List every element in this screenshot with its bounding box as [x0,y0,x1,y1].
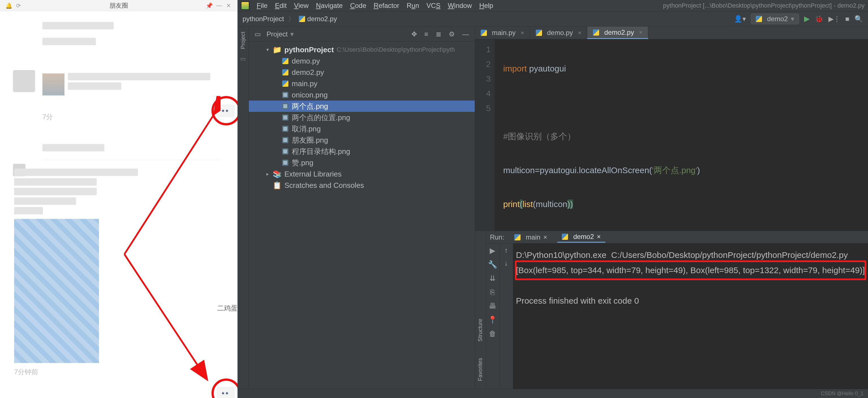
run-config-dropdown[interactable]: demo2 ▾ [751,13,799,24]
run-toolbar-vertical: ▶ 🔧 ⇊ ⎘ 🖶 📍 🗑 [486,243,500,389]
python-icon [756,16,762,22]
menu-edit[interactable]: Edit [275,2,286,10]
refresh-icon[interactable]: ⟳ [13,2,23,9]
editor-tab[interactable]: demo.py× [530,27,588,39]
rerun-button[interactable]: ▶ [490,246,495,255]
blurred-text [14,207,43,214]
menu-help[interactable]: Help [479,2,493,10]
up-arrow-icon[interactable]: ↑ [504,246,508,254]
tree-root[interactable]: ▾ 📁 pythonProject C:\Users\Bobo\Desktop\… [249,44,475,55]
menu-refactor[interactable]: Refactor [374,2,400,10]
tree-file[interactable]: 取消.png [249,123,475,134]
project-pane-header: ▭ Project ▾ ✥ ≡ ≣ ⚙ — [249,27,475,42]
down-stack-icon[interactable]: ⇊ [489,274,496,283]
locate-icon[interactable]: ✥ [410,30,419,38]
wrench-icon[interactable]: 🔧 [488,260,497,269]
breadcrumb-file[interactable]: demo2.py [299,15,337,23]
export-icon[interactable]: ⎘ [490,288,495,297]
close-icon[interactable]: × [639,29,643,36]
pin-icon[interactable]: 📌 [205,2,214,9]
image-icon [282,160,288,166]
menu-run[interactable]: Run [407,2,419,10]
tool-project-tab[interactable]: Project [240,32,246,49]
tree-scratches[interactable]: 📋 Scratches and Consoles [249,180,475,191]
gutter-line-number: 1 [475,42,491,57]
code-editor[interactable]: 12345 import pyautogui #图像识别（多个） multico… [475,39,868,231]
tree-file[interactable]: 两个点.png [249,101,475,112]
console-exit: Process finished with exit code 0 [516,293,865,308]
hide-icon[interactable]: — [461,30,471,38]
gutter-line-number: 4 [475,86,491,101]
image-icon [282,92,288,98]
run-tab-main[interactable]: main× [510,232,552,242]
two-dots-button[interactable]: •• [217,104,235,117]
run-with-coverage-button[interactable]: ▶⋮ [829,15,840,23]
tree-file[interactable]: main.py [249,78,475,89]
trash-icon[interactable]: 🗑 [489,329,496,338]
bell-icon[interactable]: 🔔 [4,2,13,9]
run-tab-demo2[interactable]: demo2× [557,232,605,243]
tree-file[interactable]: demo.py [249,55,475,67]
tool-structure-tab[interactable]: Structure [477,319,484,341]
tree-file-label: 取消.png [292,123,321,134]
expand-all-icon[interactable]: ≡ [423,30,430,38]
editor-tab[interactable]: main.py× [475,27,530,39]
blurred-text [68,82,121,90]
tree-file-label: 朋友圈.png [292,134,328,146]
minimize-icon[interactable]: — [214,2,224,9]
editor-tab-label: main.py [492,29,516,37]
print-icon[interactable]: 🖶 [489,302,496,310]
menu-navigate[interactable]: Navigate [316,2,343,10]
post-image[interactable] [14,219,99,363]
post-thumbnail[interactable] [42,73,64,96]
menu-file[interactable]: File [257,2,268,10]
avatar[interactable] [13,70,35,92]
scratches-icon: 📋 [273,180,282,191]
menu-vcs[interactable]: VCS [426,2,440,10]
python-icon [562,234,568,240]
close-icon[interactable]: ✕ [224,2,234,9]
tree-file[interactable]: onicon.png [249,89,475,101]
search-everywhere-icon[interactable]: 🔍 [855,15,863,23]
tree-file[interactable]: 两个点的位置.png [249,112,475,123]
two-dots-button[interactable]: •• [217,387,235,398]
run-button[interactable]: ▶ [804,14,810,23]
left-tool-rail-lower: Structure Favorites [475,231,486,389]
editor-tab[interactable]: demo2.py× [587,27,648,39]
console-command: D:\Python10\python.exe C:/Users/Bobo/Des… [516,247,865,263]
editor-tab-label: demo.py [547,29,573,37]
gear-icon[interactable]: ⚙ [447,30,457,38]
tree-file[interactable]: demo2.py [249,67,475,78]
run-console[interactable]: D:\Python10\python.exe C:/Users/Bobo/Des… [513,243,868,389]
moments-title: 朋友圈 [0,1,238,10]
tree-external-libraries[interactable]: ▸ 📚 External Libraries [249,168,475,180]
collapse-all-icon[interactable]: ≣ [434,30,443,38]
menu-code[interactable]: Code [350,2,366,10]
menu-view[interactable]: View [294,2,309,10]
moments-feed: 7分 7分钟前 •• •• 二鸡蛋 [0,11,238,398]
debug-button[interactable]: 🐞 [815,15,823,23]
breadcrumb-project[interactable]: pythonProject [243,15,284,23]
tree-file-label: 两个点.png [292,101,328,112]
close-icon[interactable]: × [578,30,582,36]
blurred-text [14,178,97,186]
user-icon[interactable]: 👤▾ [734,15,746,23]
blurred-text [42,22,114,29]
close-icon[interactable]: × [543,233,547,241]
close-icon[interactable]: × [597,233,601,241]
menu-window[interactable]: Window [448,2,472,10]
pin-icon[interactable]: 📍 [488,316,497,324]
image-icon [282,114,288,121]
chevron-right-icon: ▸ [266,168,273,180]
project-view-dropdown[interactable]: Project ▾ [267,30,294,38]
close-icon[interactable]: × [521,30,524,36]
tree-file[interactable]: 程序目录结构.png [249,146,475,157]
project-view-icon: ▭ [253,30,263,38]
tree-file[interactable]: 朋友圈.png [249,134,475,146]
down-arrow-icon[interactable]: ↓ [504,259,508,267]
tree-file[interactable]: 赞.png [249,157,475,168]
stop-button[interactable]: ■ [845,15,849,23]
python-icon [282,80,288,87]
chevron-down-icon: ▾ [791,15,794,23]
tool-favorites-tab[interactable]: Favorites [477,358,484,381]
